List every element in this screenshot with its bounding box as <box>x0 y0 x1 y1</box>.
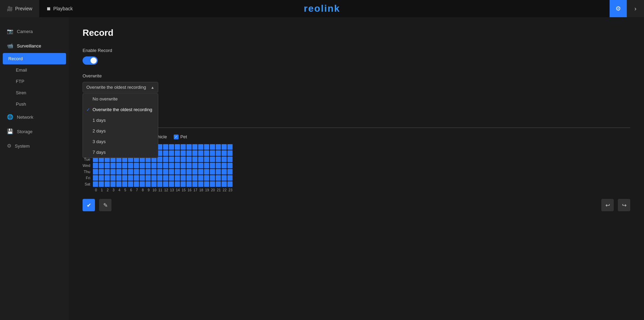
grid-cell-mon-22[interactable] <box>222 150 227 156</box>
grid-cell-thu-15[interactable] <box>181 169 186 174</box>
grid-cell-thu-3[interactable] <box>110 169 116 174</box>
grid-cell-sun-22[interactable] <box>222 144 227 150</box>
grid-cell-mon-21[interactable] <box>216 150 221 156</box>
grid-cell-sun-21[interactable] <box>216 144 221 150</box>
grid-cell-wed-2[interactable] <box>105 163 110 168</box>
grid-cell-thu-23[interactable] <box>227 169 233 174</box>
grid-cell-wed-12[interactable] <box>163 163 168 168</box>
grid-cell-mon-15[interactable] <box>181 150 186 156</box>
overwrite-option-7days[interactable]: 7 days <box>83 147 158 158</box>
grid-cell-sat-7[interactable] <box>134 181 139 187</box>
grid-cell-sat-13[interactable] <box>169 181 174 187</box>
grid-cell-wed-11[interactable] <box>157 163 162 168</box>
grid-cell-tue-20[interactable] <box>210 157 215 162</box>
grid-cell-thu-22[interactable] <box>222 169 227 174</box>
grid-cell-sat-12[interactable] <box>163 181 168 187</box>
grid-cell-wed-13[interactable] <box>169 163 174 168</box>
grid-cell-sun-17[interactable] <box>192 144 197 150</box>
grid-cell-mon-13[interactable] <box>169 150 174 156</box>
grid-cell-sat-18[interactable] <box>198 181 203 187</box>
sidebar-sub-siren[interactable]: Siren <box>0 87 69 98</box>
grid-cell-wed-10[interactable] <box>151 163 157 168</box>
grid-cell-tue-12[interactable] <box>163 157 168 162</box>
grid-cell-sat-3[interactable] <box>110 181 116 187</box>
grid-cell-sat-5[interactable] <box>122 181 127 187</box>
grid-cell-sat-16[interactable] <box>186 181 192 187</box>
grid-cell-wed-3[interactable] <box>110 163 116 168</box>
grid-cell-thu-11[interactable] <box>157 169 162 174</box>
sidebar-item-system[interactable]: ⚙ System <box>0 139 69 153</box>
grid-cell-sun-19[interactable] <box>204 144 209 150</box>
grid-cell-sun-20[interactable] <box>210 144 215 150</box>
grid-cell-fri-19[interactable] <box>204 175 209 181</box>
sidebar-item-camera[interactable]: 📷 Camera <box>0 24 69 39</box>
grid-cell-fri-21[interactable] <box>216 175 221 181</box>
grid-cell-sun-12[interactable] <box>163 144 168 150</box>
sidebar-item-storage[interactable]: 💾 Storage <box>0 124 69 139</box>
undo-button[interactable]: ↩ <box>601 199 614 211</box>
grid-cell-thu-17[interactable] <box>192 169 197 174</box>
grid-cell-fri-15[interactable] <box>181 175 186 181</box>
grid-cell-sun-14[interactable] <box>175 144 180 150</box>
grid-cell-thu-2[interactable] <box>105 169 110 174</box>
grid-cell-thu-12[interactable] <box>163 169 168 174</box>
redo-button[interactable]: ↪ <box>618 199 630 211</box>
grid-cell-fri-12[interactable] <box>163 175 168 181</box>
grid-cell-thu-10[interactable] <box>151 169 157 174</box>
grid-cell-fri-10[interactable] <box>151 175 157 181</box>
grid-cell-thu-1[interactable] <box>99 169 104 174</box>
grid-cell-fri-17[interactable] <box>192 175 197 181</box>
grid-cell-tue-17[interactable] <box>192 157 197 162</box>
overwrite-option-3days[interactable]: 3 days <box>83 136 158 147</box>
grid-cell-tue-14[interactable] <box>175 157 180 162</box>
pet-checkbox[interactable]: ✓ <box>174 135 179 139</box>
grid-cell-wed-17[interactable] <box>192 163 197 168</box>
grid-cell-sun-23[interactable] <box>227 144 233 150</box>
grid-cell-fri-6[interactable] <box>128 175 133 181</box>
grid-cell-fri-2[interactable] <box>105 175 110 181</box>
grid-cell-fri-20[interactable] <box>210 175 215 181</box>
grid-cell-wed-5[interactable] <box>122 163 127 168</box>
grid-cell-fri-5[interactable] <box>122 175 127 181</box>
grid-cell-fri-18[interactable] <box>198 175 203 181</box>
grid-cell-sat-23[interactable] <box>227 181 233 187</box>
grid-cell-tue-16[interactable] <box>186 157 192 162</box>
grid-cell-sat-14[interactable] <box>175 181 180 187</box>
grid-cell-wed-23[interactable] <box>227 163 233 168</box>
grid-cell-thu-16[interactable] <box>186 169 192 174</box>
overwrite-option-oldest[interactable]: Overwrite the oldest recording <box>83 104 158 115</box>
grid-cell-fri-22[interactable] <box>222 175 227 181</box>
sidebar-item-surveillance[interactable]: 📹 Surveillance <box>0 39 69 53</box>
overwrite-option-1day[interactable]: 1 days <box>83 115 158 126</box>
grid-cell-thu-8[interactable] <box>140 169 145 174</box>
select-all-button[interactable]: ✔ <box>83 199 95 211</box>
grid-cell-mon-14[interactable] <box>175 150 180 156</box>
grid-cell-sat-8[interactable] <box>140 181 145 187</box>
grid-cell-sat-1[interactable] <box>99 181 104 187</box>
grid-cell-sun-16[interactable] <box>186 144 192 150</box>
grid-cell-thu-0[interactable] <box>93 169 98 174</box>
grid-cell-sat-11[interactable] <box>157 181 162 187</box>
grid-cell-thu-6[interactable] <box>128 169 133 174</box>
grid-cell-sat-9[interactable] <box>146 181 151 187</box>
grid-cell-fri-4[interactable] <box>116 175 121 181</box>
grid-cell-thu-21[interactable] <box>216 169 221 174</box>
grid-cell-thu-14[interactable] <box>175 169 180 174</box>
grid-cell-thu-13[interactable] <box>169 169 174 174</box>
grid-cell-tue-15[interactable] <box>181 157 186 162</box>
grid-cell-fri-3[interactable] <box>110 175 116 181</box>
grid-cell-sun-15[interactable] <box>181 144 186 150</box>
grid-cell-wed-7[interactable] <box>134 163 139 168</box>
grid-cell-mon-16[interactable] <box>186 150 192 156</box>
grid-cell-sat-0[interactable] <box>93 181 98 187</box>
grid-cell-fri-8[interactable] <box>140 175 145 181</box>
grid-cell-fri-9[interactable] <box>146 175 151 181</box>
grid-cell-mon-12[interactable] <box>163 150 168 156</box>
exit-button[interactable]: › <box>627 0 644 17</box>
grid-cell-sun-18[interactable] <box>198 144 203 150</box>
grid-cell-thu-19[interactable] <box>204 169 209 174</box>
overwrite-option-2days[interactable]: 2 days <box>83 126 158 136</box>
grid-cell-sat-22[interactable] <box>222 181 227 187</box>
grid-cell-mon-17[interactable] <box>192 150 197 156</box>
grid-cell-thu-20[interactable] <box>210 169 215 174</box>
